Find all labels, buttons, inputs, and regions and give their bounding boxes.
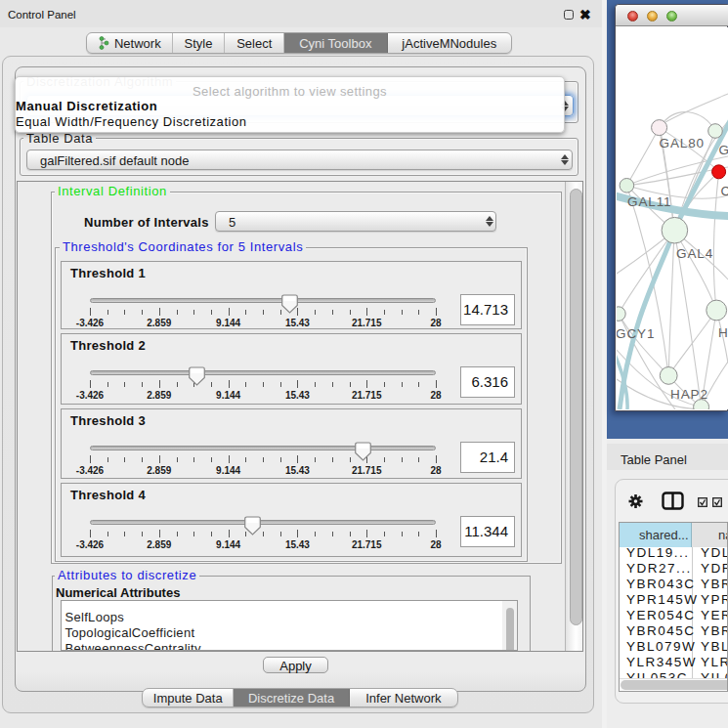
svg-text:GCY1: GCY1 xyxy=(617,326,655,341)
svg-text:H: H xyxy=(718,325,728,340)
svg-text:GAL11: GAL11 xyxy=(627,194,672,209)
svg-text:HAP2: HAP2 xyxy=(670,387,708,402)
svg-text:C: C xyxy=(721,184,728,198)
svg-text:GAL80: GAL80 xyxy=(660,136,706,150)
svg-text:GAL4: GAL4 xyxy=(676,246,713,261)
svg-text:G.: G. xyxy=(719,143,728,157)
